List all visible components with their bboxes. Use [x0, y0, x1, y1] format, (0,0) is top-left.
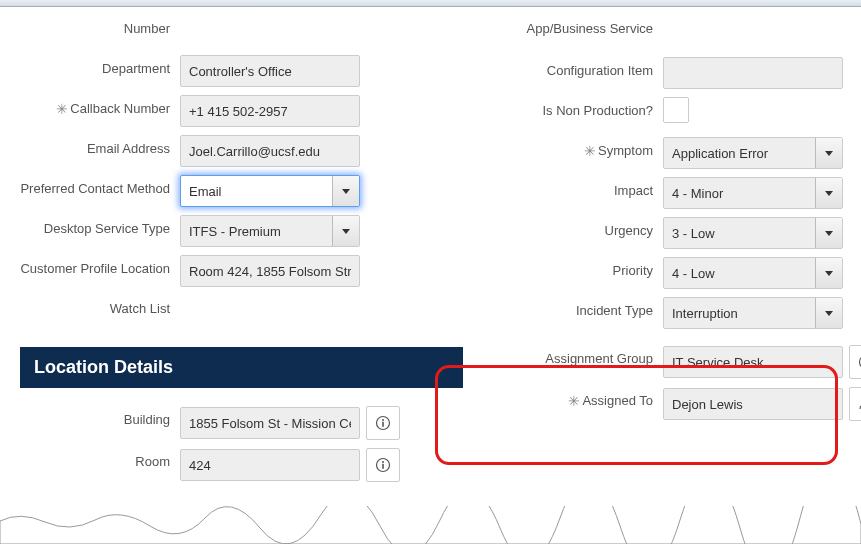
- preferred-contact-method-select[interactable]: [180, 175, 360, 207]
- label-impact: Impact: [503, 177, 663, 199]
- row-desktop-service: Desktop Service Type: [20, 215, 463, 247]
- row-watch-list: Watch List: [20, 295, 463, 327]
- row-config-item: Configuration Item: [503, 57, 861, 89]
- info-icon[interactable]: [849, 345, 861, 379]
- label-assigned-to-text: Assigned To: [582, 393, 653, 408]
- label-urgency: Urgency: [503, 217, 663, 239]
- label-watch-list: Watch List: [20, 295, 180, 317]
- desktop-service-type-select[interactable]: [180, 215, 360, 247]
- row-is-nonprod: Is Non Production?: [503, 97, 861, 129]
- row-email: Email Address: [20, 135, 463, 167]
- info-icon[interactable]: [366, 406, 400, 440]
- symptom-select[interactable]: [663, 137, 843, 169]
- info-icon[interactable]: [366, 448, 400, 482]
- configuration-item-field[interactable]: [663, 57, 843, 89]
- label-department: Department: [20, 55, 180, 77]
- row-priority: Priority: [503, 257, 861, 289]
- label-priority: Priority: [503, 257, 663, 279]
- label-config-item: Configuration Item: [503, 57, 663, 79]
- label-desktop-service: Desktop Service Type: [20, 215, 180, 237]
- svg-point-4: [382, 461, 384, 463]
- torn-paper-edge: [0, 506, 861, 544]
- label-customer-profile: Customer Profile Location: [20, 255, 180, 277]
- department-field[interactable]: [180, 55, 360, 87]
- svg-rect-5: [382, 464, 384, 469]
- label-symptom: ✳Symptom: [503, 137, 663, 160]
- priority-select[interactable]: [663, 257, 843, 289]
- row-department: Department: [20, 55, 463, 87]
- row-callback: ✳Callback Number: [20, 95, 463, 127]
- label-app-service: App/Business Service: [503, 15, 663, 37]
- row-assignment-group: Assignment Group: [503, 345, 861, 379]
- label-assigned-to: ✳Assigned To: [503, 387, 663, 410]
- left-column: Number Department ✳Callback Number Email…: [20, 7, 463, 490]
- location-details-header: Location Details: [20, 347, 463, 388]
- row-contact-method: Preferred Contact Method: [20, 175, 463, 207]
- label-incident-type: Incident Type: [503, 297, 663, 319]
- row-number: Number: [20, 15, 463, 47]
- label-is-nonprod: Is Non Production?: [503, 97, 663, 119]
- row-assigned-to: ✳Assigned To: [503, 387, 861, 421]
- row-room: Room: [20, 448, 463, 482]
- building-field[interactable]: [180, 407, 360, 439]
- assignment-group-field[interactable]: [663, 346, 843, 378]
- impact-select[interactable]: [663, 177, 843, 209]
- assign-to-me-icon[interactable]: [849, 387, 861, 421]
- row-customer-profile: Customer Profile Location: [20, 255, 463, 287]
- callback-number-field[interactable]: [180, 95, 360, 127]
- label-callback-text: Callback Number: [70, 101, 170, 116]
- label-room: Room: [20, 448, 180, 470]
- is-non-production-checkbox[interactable]: [663, 97, 689, 123]
- label-contact-method: Preferred Contact Method: [20, 175, 180, 197]
- incident-type-select[interactable]: [663, 297, 843, 329]
- incident-form-page: Number Department ✳Callback Number Email…: [0, 0, 861, 544]
- label-email: Email Address: [20, 135, 180, 157]
- svg-point-1: [382, 419, 384, 421]
- label-callback: ✳Callback Number: [20, 95, 180, 118]
- svg-rect-2: [382, 422, 384, 427]
- row-building: Building: [20, 406, 463, 440]
- room-field[interactable]: [180, 449, 360, 481]
- right-column: App/Business Service Configuration Item …: [503, 7, 861, 490]
- label-assignment-group: Assignment Group: [503, 345, 663, 367]
- customer-profile-location-field[interactable]: [180, 255, 360, 287]
- row-app-service: App/Business Service: [503, 15, 861, 49]
- row-symptom: ✳Symptom: [503, 137, 861, 169]
- assigned-to-field[interactable]: [663, 388, 843, 420]
- window-top-bar: [0, 0, 861, 7]
- row-urgency: Urgency: [503, 217, 861, 249]
- email-address-field[interactable]: [180, 135, 360, 167]
- label-symptom-text: Symptom: [598, 143, 653, 158]
- row-impact: Impact: [503, 177, 861, 209]
- row-incident-type: Incident Type: [503, 297, 861, 329]
- label-building: Building: [20, 406, 180, 428]
- urgency-select[interactable]: [663, 217, 843, 249]
- label-number: Number: [20, 15, 180, 37]
